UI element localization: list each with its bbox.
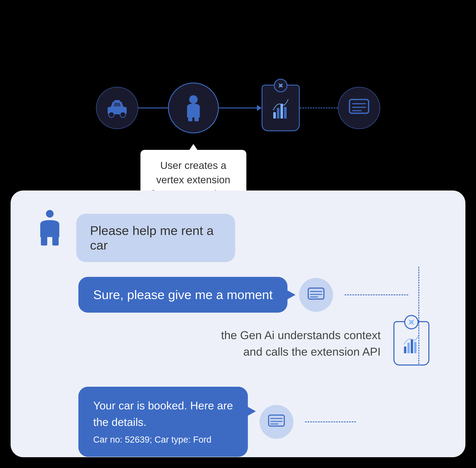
user-node: User creates a vertex extension for a ca… bbox=[168, 83, 219, 133]
booking-title: Your car is booked. Here are the details… bbox=[93, 397, 233, 430]
user-bubble: Please help me rent a car bbox=[76, 214, 235, 262]
connector-dashed-1 bbox=[300, 107, 338, 108]
context-line2: and calls the extension API bbox=[243, 345, 381, 358]
svg-rect-26 bbox=[411, 339, 413, 353]
bottom-section: Please help me rent a car Sure, please g… bbox=[11, 190, 465, 457]
svg-point-2 bbox=[120, 112, 126, 117]
svg-point-1 bbox=[109, 112, 114, 117]
booking-bubble: Your car is booked. Here are the details… bbox=[78, 387, 248, 457]
connector-2 bbox=[219, 105, 262, 111]
bubble-arrow-1 bbox=[287, 290, 295, 300]
svg-rect-8 bbox=[273, 112, 276, 118]
svg-rect-28 bbox=[269, 415, 284, 426]
user-message-text: Please help me rent a car bbox=[90, 223, 214, 252]
dashed-vertical-connector bbox=[418, 267, 419, 364]
booking-row: Your car is booked. Here are the details… bbox=[78, 387, 440, 457]
message-node bbox=[338, 87, 380, 129]
svg-rect-9 bbox=[277, 108, 279, 118]
extension-node bbox=[262, 85, 300, 131]
svg-rect-27 bbox=[414, 342, 416, 353]
svg-rect-19 bbox=[308, 288, 324, 299]
ai-response-row: Sure, please give me a moment bbox=[78, 277, 440, 313]
svg-rect-5 bbox=[188, 115, 192, 121]
car-node bbox=[96, 87, 138, 129]
ai-response-text-1: Sure, please give me a moment bbox=[93, 288, 273, 302]
svg-point-16 bbox=[46, 210, 54, 218]
svg-rect-17 bbox=[41, 236, 47, 246]
dashed-h-1 bbox=[345, 294, 408, 295]
svg-rect-11 bbox=[284, 107, 287, 118]
svg-rect-25 bbox=[407, 343, 410, 353]
flow-row: User creates a vertex extension for a ca… bbox=[96, 83, 380, 133]
message-icon-circle-1 bbox=[299, 278, 333, 312]
svg-rect-10 bbox=[280, 104, 283, 118]
user-circle bbox=[168, 83, 219, 133]
ai-bubble-1: Sure, please give me a moment bbox=[78, 277, 288, 313]
svg-point-4 bbox=[189, 95, 198, 104]
dashed-connector-group bbox=[345, 294, 408, 295]
bubble-arrow-2 bbox=[247, 407, 256, 416]
extension-icon-large bbox=[393, 321, 430, 366]
message-circle bbox=[338, 87, 380, 129]
svg-rect-24 bbox=[404, 347, 406, 353]
car-circle bbox=[96, 87, 138, 129]
extension-icon-top bbox=[404, 315, 419, 329]
chat-container: Please help me rent a car Sure, please g… bbox=[36, 210, 440, 457]
svg-rect-3 bbox=[114, 100, 120, 102]
message-icon-circle-2 bbox=[260, 405, 293, 439]
svg-rect-18 bbox=[52, 236, 59, 246]
user-avatar bbox=[36, 210, 63, 246]
user-message-row: Please help me rent a car bbox=[36, 210, 440, 262]
connector-1 bbox=[138, 107, 168, 108]
dashed-h-2 bbox=[305, 422, 356, 422]
svg-rect-6 bbox=[195, 115, 199, 121]
context-line1: the Gen Ai understands context bbox=[221, 329, 381, 341]
context-text: the Gen Ai understands context and calls… bbox=[221, 327, 381, 360]
booking-detail: Car no: 52639; Car type: Ford bbox=[93, 433, 233, 446]
context-row: the Gen Ai understands context and calls… bbox=[36, 321, 440, 366]
diagram-wrapper: User creates a vertex extension for a ca… bbox=[0, 57, 476, 133]
top-section: User creates a vertex extension for a ca… bbox=[0, 0, 476, 190]
